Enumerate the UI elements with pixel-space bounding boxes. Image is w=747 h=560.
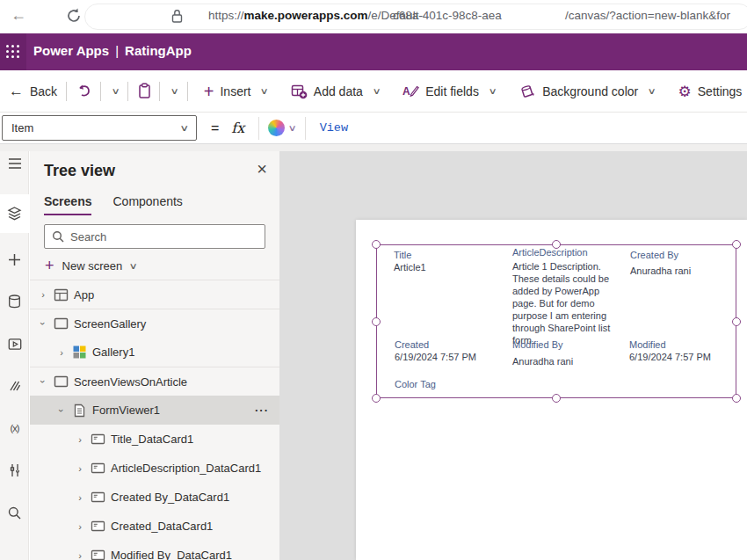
powerapps-studio: ← https://make.powerapps.com/e/Default- … xyxy=(0,0,747,560)
background-color-button[interactable]: Background color ∨ xyxy=(519,84,655,99)
back-arrow-icon: ← xyxy=(9,83,24,100)
add-data-chevron-icon: ∨ xyxy=(372,86,381,96)
tree-item-title-datacard1[interactable]: ›Title_DataCard1 xyxy=(30,425,279,454)
rail-power-automate-icon[interactable] xyxy=(0,368,29,404)
tree-item-label: Modified By_DataCard1 xyxy=(111,549,232,560)
tree-item-screenviewsonarticle[interactable]: ›ScreenViewsOnArticle xyxy=(30,367,279,396)
form-field-title[interactable]: TitleArticle1 xyxy=(394,250,426,273)
tab-components[interactable]: Components xyxy=(112,194,182,215)
resize-handle[interactable] xyxy=(552,394,561,403)
tree-item-created-datacard1[interactable]: ›Created_DataCard1 xyxy=(30,512,279,541)
svg-text:A: A xyxy=(403,85,410,98)
tab-screens[interactable]: Screens xyxy=(44,194,91,215)
tree-item-modified-by-datacard1[interactable]: ›Modified By_DataCard1 xyxy=(30,541,279,560)
app-name: RatingApp xyxy=(125,43,192,58)
rail-media-icon[interactable] xyxy=(0,326,29,361)
copilot-icon[interactable] xyxy=(268,120,285,136)
tree-item-screengallery[interactable]: ›ScreenGallery xyxy=(30,309,279,338)
undo-icon xyxy=(76,84,93,99)
tree-item-articledescription-datacard1[interactable]: ›ArticleDescription_DataCard1 xyxy=(30,454,279,483)
chevron-right-icon[interactable]: › xyxy=(37,289,49,300)
tree-item-created-by-datacard1[interactable]: ›Created By_DataCard1 xyxy=(30,483,279,512)
search-box[interactable] xyxy=(44,224,265,249)
chevron-right-icon[interactable]: › xyxy=(74,463,86,474)
form-field-modified-by[interactable]: Modified ByAnuradha rani xyxy=(512,339,573,367)
chevron-right-icon[interactable]: › xyxy=(74,492,86,503)
form-field-modified[interactable]: Modified6/19/2024 7:57 PM xyxy=(629,339,711,362)
property-dropdown[interactable]: Item ∨ xyxy=(2,115,197,141)
tree-item-gallery1[interactable]: ›Gallery1 xyxy=(30,338,279,367)
edit-fields-button[interactable]: A Edit fields ∨ xyxy=(403,84,496,99)
url-segment-3: /canvas/?action=new-blank&for xyxy=(565,9,730,22)
gallery-icon xyxy=(71,345,87,359)
settings-button[interactable]: ⚙ Settings xyxy=(678,83,743,100)
field-label: ArticleDescription xyxy=(512,247,620,258)
panel-title: Tree view xyxy=(44,162,115,180)
resize-handle[interactable] xyxy=(732,317,741,326)
add-data-button[interactable]: Add data ∨ xyxy=(291,84,380,99)
chevron-down-icon[interactable]: › xyxy=(38,375,48,388)
resize-handle[interactable] xyxy=(372,240,381,249)
tree-item-label: FormViewer1 xyxy=(92,404,160,417)
rail-insert-icon[interactable] xyxy=(0,242,29,277)
more-options-icon[interactable]: ··· xyxy=(255,404,279,417)
add-data-icon xyxy=(291,84,308,99)
form-field-created-by[interactable]: Created ByAnuradha rani xyxy=(630,250,691,276)
tree-item-formviewer1[interactable]: ›FormViewer1··· xyxy=(30,396,279,425)
app-title: Power Apps|RatingApp xyxy=(33,43,192,58)
resize-handle[interactable] xyxy=(372,317,381,326)
rail-menu-icon[interactable] xyxy=(0,146,29,181)
screen-icon xyxy=(53,375,69,388)
app-launcher-button[interactable] xyxy=(0,33,26,70)
tree-item-label: ArticleDescription_DataCard1 xyxy=(111,462,261,475)
brand-name[interactable]: Power Apps xyxy=(33,43,109,58)
chevron-right-icon[interactable]: › xyxy=(74,550,86,560)
field-value: 6/19/2024 7:57 PM xyxy=(395,352,476,362)
rail-data-icon[interactable] xyxy=(0,284,29,319)
paste-button[interactable] xyxy=(137,83,152,99)
rail-advanced-tools-icon[interactable] xyxy=(0,453,29,488)
field-value: 6/19/2024 7:57 PM xyxy=(629,352,711,362)
paste-chevron-icon[interactable]: ∨ xyxy=(170,86,179,96)
close-icon[interactable]: × xyxy=(257,160,267,178)
background-color-icon xyxy=(519,84,536,99)
resize-handle[interactable] xyxy=(372,394,381,403)
chevron-down-icon[interactable]: › xyxy=(38,317,48,330)
rail-tree-view-icon[interactable] xyxy=(0,194,29,233)
chevron-right-icon[interactable]: › xyxy=(74,434,86,445)
undo-button[interactable] xyxy=(76,84,93,99)
search-input[interactable] xyxy=(70,230,246,244)
copilot-chevron-icon[interactable]: ∨ xyxy=(288,123,297,133)
resize-handle[interactable] xyxy=(732,240,741,249)
undo-chevron-icon[interactable]: ∨ xyxy=(112,86,120,96)
datacard-icon xyxy=(90,433,105,445)
field-label: Modified xyxy=(629,339,711,350)
browser-back-icon[interactable]: ← xyxy=(11,6,26,25)
browser-refresh-icon[interactable] xyxy=(65,7,83,25)
chevron-down-icon[interactable]: › xyxy=(56,404,67,417)
screen-icon xyxy=(53,317,69,330)
tree-item-label: Title_DataCard1 xyxy=(111,433,193,446)
tree-item-label: Created By_DataCard1 xyxy=(111,491,229,504)
field-value: Article1 xyxy=(394,262,426,273)
datacard-icon xyxy=(90,549,105,560)
formula-input[interactable]: View xyxy=(320,121,348,135)
new-screen-button[interactable]: + New screen ∨ xyxy=(45,258,136,273)
tree-items: ›App›ScreenGallery›Gallery1›ScreenViewsO… xyxy=(30,280,279,560)
chevron-right-icon[interactable]: › xyxy=(74,521,86,532)
tree-item-app[interactable]: ›App xyxy=(30,280,279,309)
chevron-right-icon[interactable]: › xyxy=(55,347,68,358)
field-label: Created xyxy=(395,339,476,350)
form-field-color-tag[interactable]: Color Tag xyxy=(395,379,436,389)
tree-item-label: Gallery1 xyxy=(92,345,134,359)
tree-item-label: App xyxy=(74,288,94,302)
back-button[interactable]: ← Back xyxy=(9,83,57,100)
form-field-created[interactable]: Created6/19/2024 7:57 PM xyxy=(395,339,476,362)
resize-handle[interactable] xyxy=(732,394,741,403)
rail-variables-icon[interactable]: (x) xyxy=(0,411,29,446)
tree-item-label: ScreenGallery xyxy=(74,317,146,331)
url-segment-2: c68a-401c-98c8-aea xyxy=(393,9,502,22)
rail-search-icon[interactable] xyxy=(0,495,29,530)
insert-button[interactable]: + Insert ∨ xyxy=(204,83,268,100)
form-field-articledescription[interactable]: ArticleDescriptionArticle 1 Description.… xyxy=(512,247,620,347)
